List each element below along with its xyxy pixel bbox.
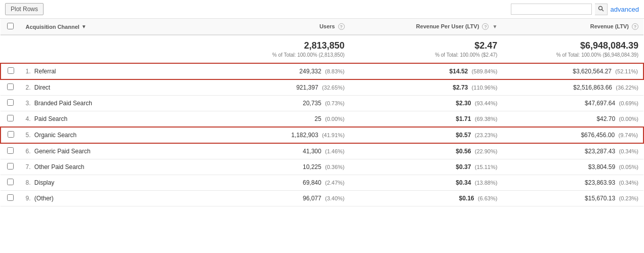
- totals-users-cell: 2,813,850 % of Total: 100.00% (2,813,850…: [220, 35, 349, 63]
- search-icon: [598, 6, 604, 12]
- dropdown-arrow-icon[interactable]: ▼: [82, 24, 87, 29]
- totals-revenue-per-user-pct: % of Total: 100.00% ($2.47): [355, 52, 498, 58]
- row-revenue-per-user-cell: $0.34 (13.88%): [350, 175, 503, 191]
- row-channel-cell: 6. Generic Paid Search: [20, 143, 220, 159]
- row-users-cell: 41,300 (1.46%): [220, 143, 349, 159]
- row-number: 9.: [25, 195, 30, 202]
- row-checkbox[interactable]: [7, 115, 14, 121]
- table-row: 2. Direct 921,397 (32.65%) $2.73 (110.96…: [1, 79, 643, 96]
- row-checkbox[interactable]: [7, 147, 14, 154]
- row-number: 2.: [25, 84, 30, 91]
- row-revenue-per-user-cell: $0.56 (22.90%): [350, 143, 503, 159]
- row-users-value: 96,077: [303, 195, 321, 202]
- row-users-value: 1,182,903: [291, 132, 318, 139]
- row-revenue-per-user-value: $0.34: [456, 179, 471, 186]
- toolbar: Plot Rows advanced: [0, 0, 644, 19]
- row-users-pct: (3.40%): [325, 195, 345, 201]
- plot-rows-button[interactable]: Plot Rows: [5, 3, 44, 15]
- row-revenue-per-user-cell: $1.71 (69.38%): [350, 111, 503, 128]
- totals-revenue-value: $6,948,084.39: [507, 40, 638, 51]
- totals-channel-cell: [20, 35, 220, 63]
- row-users-pct: (0.73%): [325, 100, 345, 106]
- row-users-value: 41,300: [303, 148, 321, 155]
- row-revenue-cell: $676,456.00 (9.74%): [502, 127, 643, 143]
- table-row: 8. Display 69,840 (2.47%) $0.34 (13.88%)…: [1, 175, 643, 191]
- row-checkbox-cell: [1, 111, 20, 128]
- row-number: 5.: [25, 132, 30, 139]
- row-channel-cell: 7. Other Paid Search: [20, 159, 220, 175]
- row-revenue-value: $15,670.13: [585, 195, 615, 202]
- row-revenue-per-user-cell: $14.52 (589.84%): [350, 63, 503, 79]
- row-users-pct: (41.91%): [322, 132, 345, 138]
- row-revenue-value: $2,516,863.66: [573, 84, 612, 91]
- row-revenue-cell: $3,620,564.27 (52.11%): [502, 63, 643, 79]
- revenue-info-icon[interactable]: ?: [632, 23, 638, 30]
- header-revenue-per-user: Revenue Per User (LTV) ? ▼: [350, 19, 503, 35]
- row-users-value: 921,397: [296, 84, 318, 91]
- row-revenue-pct: (0.00%): [619, 116, 638, 122]
- search-button[interactable]: [595, 4, 608, 15]
- row-revenue-per-user-cell: $0.16 (6.63%): [350, 191, 503, 206]
- row-checkbox[interactable]: [7, 83, 14, 90]
- table-row: 5. Organic Search 1,182,903 (41.91%) $0.…: [1, 127, 643, 143]
- row-checkbox[interactable]: [7, 163, 14, 170]
- row-revenue-value: $676,456.00: [581, 132, 615, 139]
- row-users-cell: 96,077 (3.40%): [220, 191, 349, 206]
- row-checkbox[interactable]: [8, 131, 14, 138]
- row-revenue-value: $23,287.43: [585, 148, 615, 155]
- row-revenue-pct: (0.34%): [619, 148, 638, 154]
- row-users-value: 20,735: [303, 100, 321, 107]
- row-revenue-per-user-pct: (6.63%): [478, 195, 498, 201]
- totals-row: 2,813,850 % of Total: 100.00% (2,813,850…: [1, 35, 643, 63]
- users-info-icon[interactable]: ?: [338, 23, 345, 30]
- row-revenue-value: $42.70: [596, 115, 615, 122]
- revenue-per-user-info-icon[interactable]: ?: [482, 23, 489, 30]
- row-revenue-per-user-value: $2.73: [453, 84, 468, 91]
- row-checkbox-cell: [1, 96, 20, 111]
- header-acquisition-channel: Acquisition Channel ▼: [20, 19, 220, 35]
- search-input[interactable]: [511, 4, 592, 15]
- row-users-cell: 1,182,903 (41.91%): [220, 127, 349, 143]
- row-revenue-value: $23,863.93: [585, 179, 615, 186]
- row-channel-cell: 2. Direct: [20, 79, 220, 96]
- row-revenue-cell: $2,516,863.66 (36.22%): [502, 79, 643, 96]
- data-table: Acquisition Channel ▼ Users ? Revenue Pe…: [0, 19, 644, 206]
- row-revenue-value: $3,804.59: [588, 163, 615, 171]
- table-row: 7. Other Paid Search 10,225 (0.36%) $0.3…: [1, 159, 643, 175]
- row-checkbox[interactable]: [7, 179, 14, 185]
- row-revenue-per-user-value: $1.71: [456, 115, 471, 122]
- row-revenue-per-user-value: $2.30: [456, 100, 471, 107]
- row-users-pct: (0.36%): [325, 164, 345, 170]
- table-row: 3. Branded Paid Search 20,735 (0.73%) $2…: [1, 96, 643, 111]
- row-checkbox-cell: [1, 79, 20, 96]
- row-users-value: 25: [314, 115, 321, 122]
- toolbar-left: Plot Rows: [5, 3, 44, 15]
- row-checkbox[interactable]: [7, 99, 14, 106]
- row-revenue-per-user-cell: $2.73 (110.96%): [350, 79, 503, 96]
- totals-users-pct: % of Total: 100.00% (2,813,850): [225, 52, 344, 58]
- row-number: 6.: [25, 148, 30, 155]
- row-revenue-per-user-pct: (110.96%): [472, 85, 498, 91]
- select-all-checkbox[interactable]: [7, 23, 14, 29]
- row-checkbox[interactable]: [8, 67, 14, 74]
- row-channel-cell: 5. Organic Search: [20, 127, 220, 143]
- advanced-link[interactable]: advanced: [611, 6, 639, 13]
- row-revenue-cell: $15,670.13 (0.23%): [502, 191, 643, 206]
- row-checkbox[interactable]: [7, 194, 14, 201]
- row-channel-name: Direct: [34, 84, 50, 91]
- totals-users-value: 2,813,850: [225, 40, 344, 51]
- row-channel-cell: 9. (Other): [20, 191, 220, 206]
- row-revenue-pct: (52.11%): [615, 68, 638, 74]
- row-number: 3.: [25, 100, 30, 107]
- table-row: 9. (Other) 96,077 (3.40%) $0.16 (6.63%) …: [1, 191, 643, 206]
- row-users-cell: 25 (0.00%): [220, 111, 349, 128]
- toolbar-right: advanced: [511, 4, 639, 15]
- header-acquisition-label: Acquisition Channel: [25, 24, 79, 30]
- row-revenue-pct: (0.69%): [619, 100, 638, 106]
- totals-revenue-cell: $6,948,084.39 % of Total: 100.00% ($6,94…: [502, 35, 643, 63]
- row-channel-name: Paid Search: [34, 115, 67, 122]
- header-users: Users ?: [220, 19, 349, 35]
- totals-revenue-pct: % of Total: 100.00% ($6,948,084.39): [507, 52, 638, 58]
- row-channel-cell: 4. Paid Search: [20, 111, 220, 128]
- row-channel-cell: 1. Referral: [20, 63, 220, 79]
